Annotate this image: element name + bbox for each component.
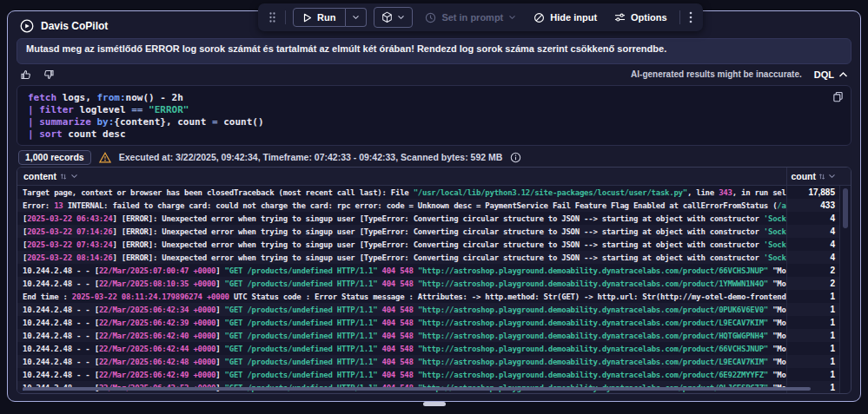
- log-content-cell: [2025-03-22 07:43:24] [ERROR]: Unexpecte…: [17, 240, 786, 249]
- log-content-cell: 10.244.2.48 - - [22/Mar/2025:06:42:48 +0…: [17, 358, 786, 366]
- table-row[interactable]: Error: 13 INTERNAL: failed to charge car…: [17, 199, 840, 212]
- log-content-cell: 10.244.2.48 - - [22/Mar/2025:06:42:49 +0…: [17, 371, 786, 379]
- count-column-label: count: [791, 171, 816, 181]
- chevron-down-icon: [397, 15, 405, 20]
- column-header-content[interactable]: content: [17, 171, 786, 181]
- table-row[interactable]: 10.244.2.48 - - [22/Mar/2025:06:42:39 +0…: [17, 316, 840, 329]
- log-content-cell: [2025-03-22 08:14:26] [ERROR]: Unexpecte…: [17, 253, 786, 262]
- run-label: Run: [317, 12, 335, 23]
- count-cell: 1: [786, 290, 840, 303]
- horizontal-scrollbar[interactable]: [23, 387, 835, 391]
- chevron-down-icon: [70, 174, 78, 179]
- count-cell: 4: [786, 225, 840, 238]
- count-cell: 4: [786, 212, 840, 225]
- table-row[interactable]: 10.244.2.48 - - [22/Mar/2025:08:10:35 +0…: [17, 277, 840, 290]
- chevron-down-icon: [508, 15, 516, 20]
- table-row[interactable]: End time : 2025-03-22 08:11:24.179896274…: [17, 290, 840, 303]
- floating-toolbar: Run Set in prompt Hide input Options: [258, 3, 703, 31]
- copy-icon[interactable]: [832, 91, 844, 102]
- count-cell: 1: [786, 329, 840, 342]
- kebab-menu-icon: [689, 11, 692, 23]
- thumbs-up-button[interactable]: [20, 69, 32, 81]
- vertical-scrollbar[interactable]: [843, 188, 849, 383]
- log-content-cell: 10.244.2.48 - - [22/Mar/2025:06:42:34 +0…: [17, 306, 786, 314]
- log-content-cell: 10.244.2.48 - - [22/Mar/2025:07:00:47 +0…: [17, 266, 786, 275]
- log-content-cell: [2025-03-22 07:14:26] [ERROR]: Unexpecte…: [17, 227, 786, 236]
- clock-icon: [425, 12, 436, 23]
- chevron-down-icon: [828, 174, 836, 179]
- thumbs-down-button[interactable]: [43, 69, 55, 81]
- set-in-prompt-label: Set in prompt: [441, 12, 503, 23]
- info-icon[interactable]: [510, 152, 521, 163]
- content-column-label: content: [23, 171, 56, 181]
- options-label: Options: [631, 12, 667, 23]
- code-line: fetch logs, from:now() - 2h: [28, 92, 840, 104]
- set-in-prompt-button[interactable]: Set in prompt: [420, 9, 521, 27]
- table-row[interactable]: [2025-03-22 07:14:26] [ERROR]: Unexpecte…: [17, 225, 840, 238]
- execution-status: Executed at: 3/22/2025, 09:42:34, Timefr…: [119, 152, 503, 162]
- play-icon: [303, 13, 312, 23]
- count-cell: 2: [786, 264, 840, 277]
- count-cell: 1: [786, 355, 840, 368]
- count-cell: 1: [786, 316, 840, 329]
- options-icon: [614, 12, 626, 23]
- table-header-row: content count: [17, 168, 851, 186]
- davis-copilot-logo-icon: [20, 19, 34, 33]
- run-button[interactable]: Run: [293, 8, 346, 27]
- dql-toggle[interactable]: DQL: [814, 69, 848, 80]
- column-header-count[interactable]: count: [786, 168, 840, 185]
- count-cell: 17,885: [786, 186, 840, 199]
- count-cell: 4: [786, 238, 840, 251]
- warning-icon: [99, 152, 111, 163]
- table-row[interactable]: [2025-03-22 06:43:24] [ERROR]: Unexpecte…: [17, 212, 840, 225]
- log-content-cell: 10.244.2.48 - - [22/Mar/2025:06:42:44 +0…: [17, 345, 786, 353]
- feedback-row: AI-generated results might be inaccurate…: [8, 64, 860, 83]
- table-row[interactable]: 10.244.2.48 - - [22/Mar/2025:06:42:48 +0…: [17, 355, 840, 368]
- table-row[interactable]: [2025-03-22 07:43:24] [ERROR]: Unexpecte…: [17, 238, 840, 251]
- table-row[interactable]: 10.244.2.48 - - [22/Mar/2025:06:42:34 +0…: [17, 303, 840, 316]
- log-content-cell: End time : 2025-03-22 08:11:24.179896274…: [17, 292, 786, 301]
- table-row[interactable]: 10.244.2.48 - - [22/Mar/2025:07:00:47 +0…: [17, 264, 840, 277]
- log-content-cell: 10.244.2.48 - - [22/Mar/2025:08:10:35 +0…: [17, 279, 786, 288]
- table-row[interactable]: 10.244.2.48 - - [22/Mar/2025:06:42:40 +0…: [17, 329, 840, 342]
- options-button[interactable]: Options: [609, 9, 673, 26]
- count-cell: 1: [786, 342, 840, 355]
- count-cell: 433: [786, 199, 840, 212]
- log-content-cell: 10.244.2.48 - - [22/Mar/2025:06:42:40 +0…: [17, 332, 786, 340]
- count-cell: 4: [786, 251, 840, 264]
- records-badge: 1,000 records: [18, 150, 91, 165]
- horizontal-scrollbar-thumb[interactable]: [23, 387, 811, 391]
- panel-resize-handle[interactable]: [423, 402, 446, 406]
- count-cell: 2: [786, 277, 840, 290]
- cube-icon: [381, 11, 393, 23]
- table-row[interactable]: [2025-03-22 08:14:26] [ERROR]: Unexpecte…: [17, 251, 840, 264]
- dql-query-code[interactable]: fetch logs, from:now() - 2h| filter logl…: [28, 92, 840, 141]
- table-row[interactable]: 10.244.2.48 - - [22/Mar/2025:06:42:49 +0…: [17, 368, 840, 381]
- app-background: Davis CoPilot Mutasd meg az ismétlődő ER…: [0, 0, 868, 414]
- hide-input-button[interactable]: Hide input: [528, 9, 602, 27]
- visualization-selector-button[interactable]: [374, 7, 413, 28]
- sort-icon: [818, 173, 825, 181]
- code-line: | filter loglevel == "ERROR": [28, 104, 840, 116]
- davis-copilot-panel: Davis CoPilot Mutasd meg az ismétlődő ER…: [7, 10, 861, 402]
- sort-icon: [60, 173, 67, 181]
- prompt-input[interactable]: Mutasd meg az ismétlődő ERROR log sorok …: [17, 38, 851, 64]
- count-cell: 1: [786, 368, 840, 381]
- run-options-chevron[interactable]: [346, 8, 367, 27]
- toolbar-divider: [679, 10, 680, 24]
- code-line: | sort count desc: [28, 128, 840, 141]
- ai-disclaimer: AI-generated results might be inaccurate…: [631, 69, 802, 79]
- table-row[interactable]: 10.244.2.48 - - [22/Mar/2025:06:42:44 +0…: [17, 342, 840, 355]
- drag-handle-icon[interactable]: [267, 11, 278, 23]
- dql-label: DQL: [814, 69, 834, 80]
- vertical-scrollbar-thumb[interactable]: [843, 188, 848, 228]
- table-body: Target page, context or browser has been…: [17, 186, 851, 394]
- log-content-cell: Error: 13 INTERNAL: failed to charge car…: [17, 201, 786, 210]
- table-row[interactable]: Target page, context or browser has been…: [17, 186, 840, 199]
- dql-query-block: fetch logs, from:now() - 2h| filter logl…: [17, 85, 851, 146]
- app-title: Davis CoPilot: [41, 20, 108, 32]
- kebab-menu-button[interactable]: [687, 10, 694, 25]
- hide-input-label: Hide input: [550, 12, 597, 23]
- log-content-cell: [2025-03-22 06:43:24] [ERROR]: Unexpecte…: [17, 214, 786, 223]
- prompt-text: Mutasd meg az ismétlődő ERROR log sorok …: [26, 43, 842, 54]
